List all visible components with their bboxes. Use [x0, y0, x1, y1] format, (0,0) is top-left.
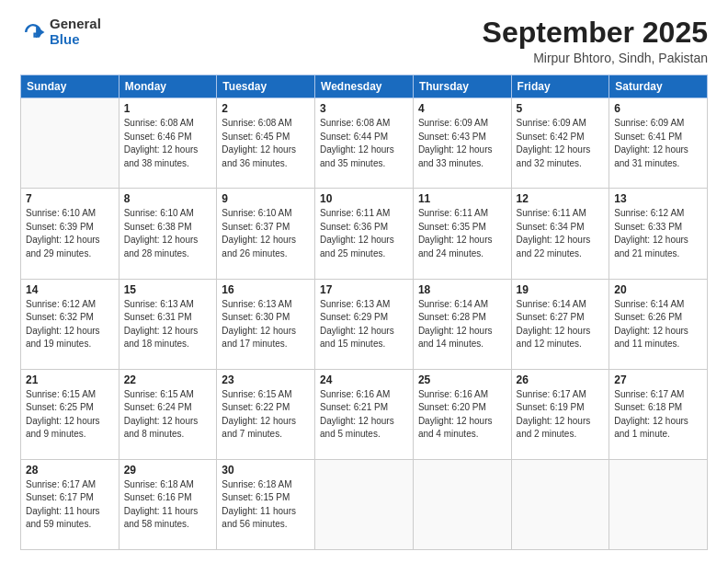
- header-sunday: Sunday: [21, 75, 119, 98]
- day-info: Sunrise: 6:10 AM Sunset: 6:39 PM Dayligh…: [26, 207, 114, 260]
- table-row: 12Sunrise: 6:11 AM Sunset: 6:34 PM Dayli…: [511, 189, 609, 279]
- day-info: Sunrise: 6:17 AM Sunset: 6:18 PM Dayligh…: [614, 388, 702, 442]
- table-row: 25Sunrise: 6:16 AM Sunset: 6:20 PM Dayli…: [413, 369, 511, 459]
- day-info: Sunrise: 6:11 AM Sunset: 6:34 PM Dayligh…: [517, 207, 605, 260]
- day-number: 27: [614, 373, 702, 386]
- day-number: 11: [418, 192, 506, 205]
- header-wednesday: Wednesday: [315, 75, 414, 98]
- page: General Blue September 2025 Mirpur Bhtor…: [0, 0, 728, 563]
- day-info: Sunrise: 6:18 AM Sunset: 6:15 PM Dayligh…: [222, 478, 310, 532]
- calendar-week-row: 14Sunrise: 6:12 AM Sunset: 6:32 PM Dayli…: [21, 279, 708, 369]
- day-number: 16: [222, 283, 310, 296]
- table-row: 19Sunrise: 6:14 AM Sunset: 6:27 PM Dayli…: [511, 279, 609, 369]
- day-number: 7: [26, 192, 114, 205]
- day-info: Sunrise: 6:18 AM Sunset: 6:16 PM Dayligh…: [124, 478, 212, 532]
- table-row: 7Sunrise: 6:10 AM Sunset: 6:39 PM Daylig…: [21, 189, 119, 279]
- day-info: Sunrise: 6:15 AM Sunset: 6:22 PM Dayligh…: [222, 388, 310, 442]
- day-info: Sunrise: 6:08 AM Sunset: 6:45 PM Dayligh…: [222, 117, 310, 170]
- calendar-title: September 2025: [483, 17, 708, 49]
- table-row: [315, 459, 414, 549]
- day-info: Sunrise: 6:13 AM Sunset: 6:31 PM Dayligh…: [124, 298, 212, 351]
- table-row: 13Sunrise: 6:12 AM Sunset: 6:33 PM Dayli…: [609, 189, 708, 279]
- logo-general-text: General: [50, 17, 101, 32]
- table-row: [609, 459, 708, 549]
- calendar-week-row: 21Sunrise: 6:15 AM Sunset: 6:25 PM Dayli…: [21, 369, 708, 459]
- day-info: Sunrise: 6:09 AM Sunset: 6:42 PM Dayligh…: [517, 117, 605, 170]
- table-row: 2Sunrise: 6:08 AM Sunset: 6:45 PM Daylig…: [217, 98, 315, 189]
- day-number: 8: [124, 192, 212, 205]
- table-row: 8Sunrise: 6:10 AM Sunset: 6:38 PM Daylig…: [119, 189, 217, 279]
- table-row: 29Sunrise: 6:18 AM Sunset: 6:16 PM Dayli…: [119, 459, 217, 549]
- table-row: 28Sunrise: 6:17 AM Sunset: 6:17 PM Dayli…: [21, 459, 119, 549]
- table-row: 20Sunrise: 6:14 AM Sunset: 6:26 PM Dayli…: [609, 279, 708, 369]
- day-number: 1: [124, 102, 212, 115]
- day-number: 2: [222, 102, 310, 115]
- table-row: 4Sunrise: 6:09 AM Sunset: 6:43 PM Daylig…: [413, 98, 511, 189]
- table-row: 26Sunrise: 6:17 AM Sunset: 6:19 PM Dayli…: [511, 369, 609, 459]
- table-row: 27Sunrise: 6:17 AM Sunset: 6:18 PM Dayli…: [609, 369, 708, 459]
- title-block: September 2025 Mirpur Bhtoro, Sindh, Pak…: [483, 17, 708, 65]
- table-row: [511, 459, 609, 549]
- day-number: 19: [517, 283, 605, 296]
- day-info: Sunrise: 6:08 AM Sunset: 6:46 PM Dayligh…: [124, 117, 212, 170]
- day-info: Sunrise: 6:10 AM Sunset: 6:38 PM Dayligh…: [124, 207, 212, 260]
- day-info: Sunrise: 6:17 AM Sunset: 6:17 PM Dayligh…: [26, 478, 114, 532]
- table-row: 3Sunrise: 6:08 AM Sunset: 6:44 PM Daylig…: [315, 98, 414, 189]
- day-number: 5: [517, 102, 605, 115]
- day-number: 17: [320, 283, 408, 296]
- calendar-subtitle: Mirpur Bhtoro, Sindh, Pakistan: [483, 51, 708, 65]
- day-number: 6: [614, 102, 702, 115]
- logo-text: General Blue: [50, 17, 101, 47]
- table-row: 23Sunrise: 6:15 AM Sunset: 6:22 PM Dayli…: [217, 369, 315, 459]
- day-info: Sunrise: 6:14 AM Sunset: 6:26 PM Dayligh…: [614, 298, 702, 351]
- table-row: 11Sunrise: 6:11 AM Sunset: 6:35 PM Dayli…: [413, 189, 511, 279]
- header-friday: Friday: [511, 75, 609, 98]
- table-row: 30Sunrise: 6:18 AM Sunset: 6:15 PM Dayli…: [217, 459, 315, 549]
- table-row: 21Sunrise: 6:15 AM Sunset: 6:25 PM Dayli…: [21, 369, 119, 459]
- logo-blue-text: Blue: [50, 32, 101, 48]
- day-number: 30: [222, 464, 310, 477]
- table-row: 15Sunrise: 6:13 AM Sunset: 6:31 PM Dayli…: [119, 279, 217, 369]
- day-number: 9: [222, 192, 310, 205]
- day-number: 26: [517, 373, 605, 386]
- day-number: 4: [418, 102, 506, 115]
- day-number: 10: [320, 192, 408, 205]
- calendar-table: Sunday Monday Tuesday Wednesday Thursday…: [20, 75, 708, 550]
- header-thursday: Thursday: [413, 75, 511, 98]
- day-info: Sunrise: 6:16 AM Sunset: 6:20 PM Dayligh…: [418, 388, 506, 442]
- table-row: [413, 459, 511, 549]
- day-info: Sunrise: 6:14 AM Sunset: 6:28 PM Dayligh…: [418, 298, 506, 351]
- calendar-week-row: 7Sunrise: 6:10 AM Sunset: 6:39 PM Daylig…: [21, 189, 708, 279]
- day-info: Sunrise: 6:09 AM Sunset: 6:43 PM Dayligh…: [418, 117, 506, 170]
- day-info: Sunrise: 6:12 AM Sunset: 6:33 PM Dayligh…: [614, 207, 702, 260]
- table-row: 22Sunrise: 6:15 AM Sunset: 6:24 PM Dayli…: [119, 369, 217, 459]
- day-number: 3: [320, 102, 408, 115]
- calendar-week-row: 28Sunrise: 6:17 AM Sunset: 6:17 PM Dayli…: [21, 459, 708, 549]
- day-number: 13: [614, 192, 702, 205]
- day-number: 14: [26, 283, 114, 296]
- table-row: 14Sunrise: 6:12 AM Sunset: 6:32 PM Dayli…: [21, 279, 119, 369]
- day-info: Sunrise: 6:10 AM Sunset: 6:37 PM Dayligh…: [222, 207, 310, 260]
- day-info: Sunrise: 6:15 AM Sunset: 6:24 PM Dayligh…: [124, 388, 212, 442]
- day-number: 25: [418, 373, 506, 386]
- table-row: 18Sunrise: 6:14 AM Sunset: 6:28 PM Dayli…: [413, 279, 511, 369]
- table-row: 17Sunrise: 6:13 AM Sunset: 6:29 PM Dayli…: [315, 279, 414, 369]
- logo-icon: [20, 19, 46, 45]
- header-saturday: Saturday: [609, 75, 708, 98]
- day-info: Sunrise: 6:13 AM Sunset: 6:29 PM Dayligh…: [320, 298, 408, 351]
- day-info: Sunrise: 6:16 AM Sunset: 6:21 PM Dayligh…: [320, 388, 408, 442]
- table-row: 1Sunrise: 6:08 AM Sunset: 6:46 PM Daylig…: [119, 98, 217, 189]
- table-row: 24Sunrise: 6:16 AM Sunset: 6:21 PM Dayli…: [315, 369, 414, 459]
- table-row: 6Sunrise: 6:09 AM Sunset: 6:41 PM Daylig…: [609, 98, 708, 189]
- day-info: Sunrise: 6:17 AM Sunset: 6:19 PM Dayligh…: [517, 388, 605, 442]
- day-number: 24: [320, 373, 408, 386]
- table-row: 5Sunrise: 6:09 AM Sunset: 6:42 PM Daylig…: [511, 98, 609, 189]
- header-monday: Monday: [119, 75, 217, 98]
- day-number: 22: [124, 373, 212, 386]
- day-number: 29: [124, 464, 212, 477]
- day-info: Sunrise: 6:13 AM Sunset: 6:30 PM Dayligh…: [222, 298, 310, 351]
- day-info: Sunrise: 6:12 AM Sunset: 6:32 PM Dayligh…: [26, 298, 114, 351]
- calendar-week-row: 1Sunrise: 6:08 AM Sunset: 6:46 PM Daylig…: [21, 98, 708, 189]
- table-row: 10Sunrise: 6:11 AM Sunset: 6:36 PM Dayli…: [315, 189, 414, 279]
- day-number: 20: [614, 283, 702, 296]
